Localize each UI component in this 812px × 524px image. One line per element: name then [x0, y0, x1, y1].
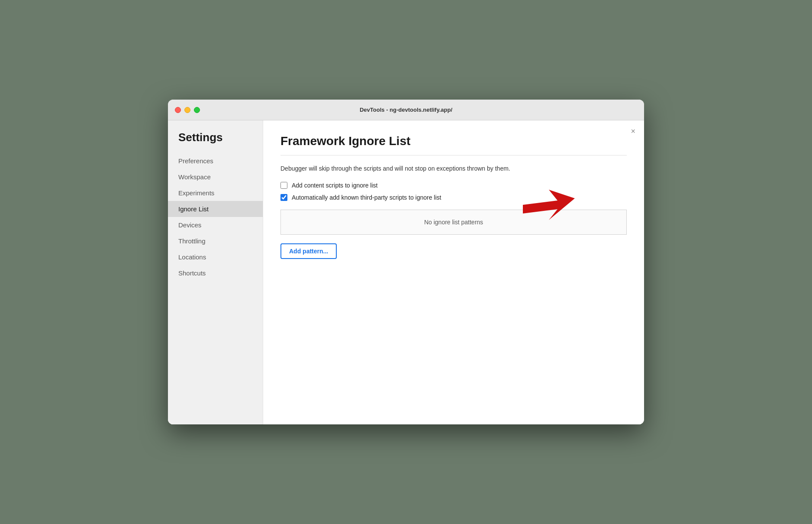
window-title: DevTools - ng-devtools.netlify.app/ — [360, 107, 452, 113]
patterns-box: No ignore list patterns — [280, 210, 627, 235]
window-content: Settings Preferences Workspace Experimen… — [168, 120, 644, 424]
checkbox-row-content-scripts: Add content scripts to ignore list — [280, 182, 627, 189]
sidebar-heading: Settings — [168, 131, 263, 153]
add-content-scripts-label: Add content scripts to ignore list — [292, 182, 377, 189]
minimize-traffic-light[interactable] — [184, 107, 190, 113]
sidebar-item-throttling[interactable]: Throttling — [168, 233, 263, 249]
page-title: Framework Ignore List — [280, 134, 627, 148]
sidebar-item-experiments[interactable]: Experiments — [168, 185, 263, 201]
sidebar-item-ignore-list[interactable]: Ignore List — [168, 201, 263, 217]
traffic-lights — [175, 107, 200, 113]
sidebar-item-preferences[interactable]: Preferences — [168, 153, 263, 169]
main-panel: × Framework Ignore List Debugger will sk… — [263, 120, 644, 424]
add-pattern-button[interactable]: Add pattern... — [280, 243, 337, 259]
maximize-traffic-light[interactable] — [194, 107, 200, 113]
svg-marker-0 — [523, 190, 575, 220]
sidebar-item-devices[interactable]: Devices — [168, 217, 263, 233]
sidebar-item-shortcuts[interactable]: Shortcuts — [168, 265, 263, 281]
auto-add-third-party-label: Automatically add known third-party scri… — [292, 194, 441, 201]
checkbox-row-third-party: Automatically add known third-party scri… — [280, 194, 627, 201]
close-traffic-light[interactable] — [175, 107, 181, 113]
app-window: DevTools - ng-devtools.netlify.app/ Sett… — [168, 100, 644, 424]
close-button[interactable]: × — [631, 127, 635, 135]
add-content-scripts-checkbox[interactable] — [280, 182, 287, 189]
sidebar-item-workspace[interactable]: Workspace — [168, 169, 263, 185]
auto-add-third-party-checkbox[interactable] — [280, 194, 287, 201]
no-patterns-text: No ignore list patterns — [424, 219, 483, 226]
titlebar: DevTools - ng-devtools.netlify.app/ — [168, 100, 644, 120]
red-arrow-annotation — [523, 190, 575, 220]
description-text: Debugger will skip through the scripts a… — [280, 164, 627, 173]
sidebar-item-locations[interactable]: Locations — [168, 249, 263, 265]
section-divider — [280, 155, 627, 155]
sidebar: Settings Preferences Workspace Experimen… — [168, 120, 263, 424]
